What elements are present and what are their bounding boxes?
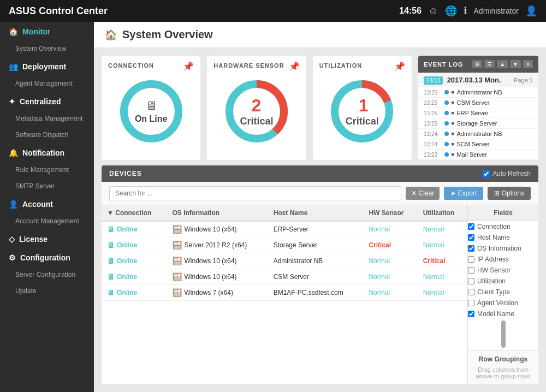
field-item: Host Name [468, 232, 538, 243]
event-time: 13:25 [424, 100, 442, 106]
col-util[interactable]: Utilization [418, 205, 467, 221]
user-avatar-icon[interactable]: 👤 [525, 5, 537, 17]
export-button[interactable]: ➤ Export [444, 187, 483, 200]
event-heart-icon: ♥ [451, 141, 455, 147]
field-checkbox[interactable] [468, 223, 474, 230]
connection-donut: 🖥 On Line [108, 73, 194, 150]
field-item: OS Information [468, 243, 538, 254]
event-dot [444, 142, 449, 146]
event-time: 13:23 [424, 152, 442, 158]
connection-status: On Line [135, 114, 168, 124]
connection-icon: 🖥 [107, 257, 115, 265]
cell-connection: 🖥 Online [102, 221, 167, 237]
cell-host: CSM Server [268, 269, 364, 285]
sidebar-item-license[interactable]: ◇ License [0, 229, 94, 248]
field-checkbox[interactable] [468, 267, 474, 274]
sidebar-item-server-configuration[interactable]: Server Configuration [0, 266, 94, 283]
options-button[interactable]: ⊞ Options [488, 187, 531, 200]
event-collapse-btn[interactable]: ✕ [523, 60, 533, 68]
monitor-donut-icon: 🖥 [135, 99, 168, 113]
hardware-card: HARDWARE SENSOR 📌 ❤ 2 Crit [207, 56, 306, 160]
scrollbar[interactable] [501, 320, 506, 348]
autorefresh-label: Auto Refresh [492, 170, 531, 177]
main-content: 🏠 System Overview CONNECTION 📌 🖥 [94, 22, 546, 392]
row-groupings-title: Row Groupings [473, 355, 533, 363]
sidebar-item-configuration[interactable]: ⚙ Configuration [0, 248, 94, 266]
search-input[interactable] [109, 186, 401, 200]
col-hw[interactable]: HW Sensor [363, 205, 417, 221]
event-grid-btn[interactable]: ⊞ [472, 60, 482, 68]
fields-title: Fields [468, 205, 538, 221]
col-os[interactable]: OS Information [167, 205, 268, 221]
sidebar-item-account[interactable]: 👤 Account [0, 194, 94, 213]
gauge-icon: ⏱ [346, 99, 357, 112]
sidebar-item-metadata-management[interactable]: Metadata Management [0, 110, 94, 127]
event-time: 13:25 [424, 90, 442, 96]
hardware-card-title: HARDWARE SENSOR [213, 62, 299, 69]
page-header: 🏠 System Overview [94, 22, 546, 48]
event-heart-icon: ♥ [451, 130, 455, 137]
col-connection[interactable]: ▼ Connection [102, 205, 167, 221]
sidebar-item-monitor[interactable]: 🏠 Monitor [0, 22, 94, 40]
field-item: Client Type [468, 287, 538, 298]
devices-table-wrap: ▼ Connection OS Information Host Name HW… [102, 205, 467, 384]
field-label: IP Address [477, 256, 509, 263]
event-page: Page:1 [514, 77, 533, 84]
col-host[interactable]: Host Name [268, 205, 364, 221]
sidebar-item-deployment[interactable]: 👥 Deployment [0, 57, 94, 75]
autorefresh-checkbox[interactable] [483, 170, 490, 177]
event-heart-icon: ♥ [451, 151, 455, 158]
sidebar-item-smtp-server[interactable]: SMTP Server [0, 178, 94, 194]
field-checkbox[interactable] [468, 311, 474, 317]
sidebar-item-rule-management[interactable]: Rule Management [0, 162, 94, 178]
sidebar-item-system-overview[interactable]: System Overview [0, 40, 94, 57]
connection-icon: 🖥 [107, 272, 115, 281]
connection-icon: 🖥 [107, 241, 115, 250]
event-heart-icon: ♥ [451, 99, 455, 106]
field-checkbox[interactable] [468, 245, 474, 252]
autorefresh-toggle[interactable]: Auto Refresh [483, 170, 531, 177]
smiley-icon[interactable]: ☺ [428, 5, 438, 17]
event-list-btn[interactable]: ☰ [484, 60, 495, 68]
event-dot [444, 132, 449, 136]
cell-hw: Normal [363, 285, 417, 301]
sidebar-item-centralized[interactable]: ✦ Centralized [0, 92, 94, 110]
heartbeat-icon: ❤ [240, 99, 249, 112]
event-row: 13:24 ♥ Administrator NB [418, 129, 538, 139]
cell-connection: 🖥 Online [102, 253, 167, 269]
field-checkbox[interactable] [468, 234, 474, 241]
sidebar-item-software-dispatch[interactable]: Software Dispatch [0, 127, 94, 143]
sidebar-item-update[interactable]: Update [0, 283, 94, 299]
sidebar-item-account-management[interactable]: Account Management [0, 213, 94, 229]
cell-os: 🪟 Windows 10 (x64) [167, 221, 268, 237]
event-time: 13:25 [424, 110, 442, 116]
event-time: 13:24 [424, 131, 442, 137]
cell-connection: 🖥 Online [102, 269, 167, 285]
info-icon[interactable]: ℹ [464, 5, 467, 17]
event-down-btn[interactable]: ▼ [510, 60, 521, 68]
sidebar-item-agent-management[interactable]: Agent Management [0, 75, 94, 92]
clear-button[interactable]: ✕ Clear [406, 187, 440, 200]
field-checkbox[interactable] [468, 289, 474, 295]
field-item: Utilization [468, 276, 538, 287]
event-up-btn[interactable]: ▲ [497, 60, 508, 68]
field-checkbox[interactable] [468, 278, 474, 284]
event-list: 13:25 ♥ Administrator NB 13:25 ♥ CSM Ser… [418, 87, 538, 160]
field-checkbox[interactable] [468, 300, 474, 306]
event-dot [444, 100, 449, 105]
app-logo: ASUS Control Center [9, 5, 108, 17]
sidebar-item-notification[interactable]: 🔔 Notification [0, 143, 94, 162]
globe-icon[interactable]: 🌐 [445, 5, 457, 17]
hw-pin-icon: 📌 [289, 61, 300, 72]
topbar-right: 14:56 ☺ 🌐 ℹ Administrator 👤 [399, 5, 537, 17]
utilization-card-title: UTILIZATION [319, 62, 405, 69]
cell-connection: 🖥 Online [102, 285, 167, 301]
fields-list: Connection Host Name OS Information IP A… [468, 221, 538, 319]
event-log-header: EVENT LOG ⊞ ☰ ▲ ▼ ✕ [418, 56, 538, 73]
cell-host: Administrator NB [268, 253, 364, 269]
os-icon: 🪟 [173, 241, 182, 250]
configuration-icon: ⚙ [9, 253, 16, 262]
event-time: 13:25 [424, 121, 442, 127]
field-checkbox[interactable] [468, 256, 474, 263]
utilization-donut: ⏱ 1 Critical [319, 73, 405, 150]
